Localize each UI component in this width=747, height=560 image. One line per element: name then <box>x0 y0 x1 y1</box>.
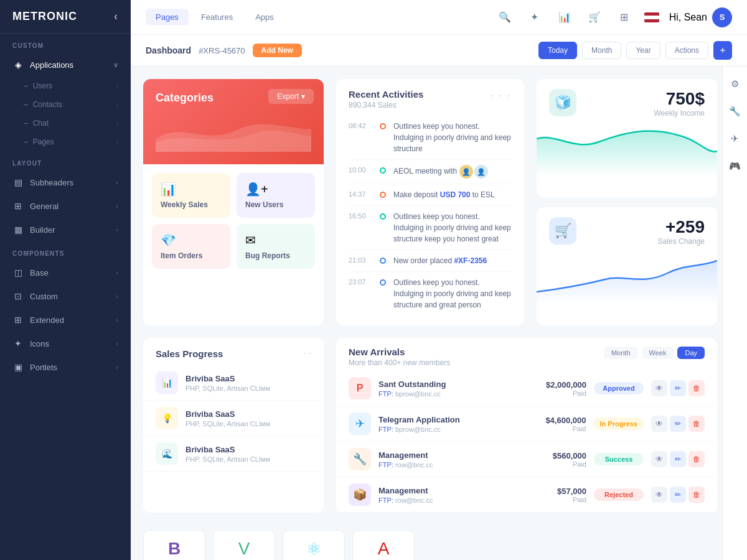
today-button[interactable]: Today <box>538 42 577 59</box>
chart-icon[interactable]: 📊 <box>555 7 575 27</box>
progress-title: Sales Progress <box>156 348 223 359</box>
edit-icon[interactable]: ✏ <box>670 416 686 432</box>
sidebar-item-users[interactable]: – Users › <box>0 77 131 95</box>
add-icon-button[interactable]: + <box>713 41 732 60</box>
chat-label: Chat <box>33 119 49 128</box>
sidebar-item-portlets[interactable]: ▣ Portlets › <box>0 355 131 379</box>
general-chevron-icon: › <box>116 202 118 210</box>
progress-sub-3: PHP, SQLite, Artisan CLIмм <box>186 455 311 463</box>
framework-bar: B V ⚛ A <box>143 525 722 560</box>
subheaders-label: Subheaders <box>30 178 73 187</box>
delete-icon[interactable]: 🗑 <box>688 451 705 467</box>
activity-text: AEOL meeting with 👤 👤 <box>393 165 512 179</box>
contacts-label: Contacts <box>33 100 62 109</box>
edit-icon[interactable]: ✏ <box>670 451 686 467</box>
sidebar: METRONIC ‹ CUSTOM ◈ Applications ∨ – Use… <box>0 0 131 560</box>
arrival-status-4: Rejected <box>594 488 644 501</box>
applications-icon: ◈ <box>12 59 24 70</box>
category-bug-reports[interactable]: ✉ Bug Reports <box>237 224 315 269</box>
view-icon[interactable]: 👁 <box>651 451 667 467</box>
right-settings-icon[interactable]: ⚙ <box>725 74 745 94</box>
dashboard-title: Dashboard <box>146 45 191 55</box>
month-button[interactable]: Month <box>582 42 621 59</box>
vue-logo[interactable]: V <box>213 530 275 560</box>
progress-item: 📊 Briviba SaaS PHP, SQLite, Artisan CLIм… <box>143 365 324 401</box>
sidebar-item-extended[interactable]: ⊞ Extended › <box>0 308 131 332</box>
icons-icon: ✦ <box>12 338 24 349</box>
edit-icon[interactable]: ✏ <box>670 380 686 396</box>
subheaders-chevron-icon: › <box>116 179 118 186</box>
sidebar-item-chat[interactable]: – Chat › <box>0 114 131 133</box>
new-arrivals-card: New Arrivals More than 400+ new members … <box>336 338 717 513</box>
export-button[interactable]: Export ▾ <box>268 89 314 104</box>
grid-icon[interactable]: ⊞ <box>614 7 634 27</box>
sidebar-item-subheaders[interactable]: ▤ Subheaders › <box>0 170 131 194</box>
item-orders-label: Item Orders <box>161 251 222 260</box>
search-icon[interactable]: 🔍 <box>495 7 515 27</box>
actions-button[interactable]: Actions <box>665 42 708 59</box>
bug-reports-label: Bug Reports <box>245 251 306 260</box>
arrivals-tab-day[interactable]: Day <box>677 347 705 359</box>
activities-card: Recent Activities 890,344 Sales · · · 08… <box>336 79 524 325</box>
language-flag[interactable] <box>644 12 659 22</box>
year-button[interactable]: Year <box>626 42 660 59</box>
add-new-button[interactable]: Add New <box>253 44 302 57</box>
weekly-sales-icon: 📊 <box>161 182 222 197</box>
pages-label: Pages <box>33 138 54 146</box>
progress-name-2: Briviba SaaS <box>186 409 311 419</box>
progress-item: 🌊 Briviba SaaS PHP, SQLite, Artisan CLIм… <box>143 436 324 472</box>
edit-icon[interactable]: ✏ <box>670 487 686 503</box>
sidebar-item-general[interactable]: ⊞ General › <box>0 194 131 218</box>
settings-icon[interactable]: ✦ <box>525 7 545 27</box>
view-icon[interactable]: 👁 <box>651 416 667 432</box>
logo-text: METRONIC <box>12 10 77 23</box>
category-item-orders[interactable]: 💎 Item Orders <box>152 224 230 269</box>
activity-item: 08:42 Outlines keep you honest. Indulgin… <box>349 116 512 160</box>
applications-label: Applications <box>30 60 73 70</box>
view-icon[interactable]: 👁 <box>651 487 667 503</box>
activity-dot <box>380 192 386 198</box>
category-new-users[interactable]: 👤+ New Users <box>237 173 315 218</box>
progress-menu-icon[interactable]: · · <box>303 348 311 359</box>
activities-menu-icon[interactable]: · · · <box>490 89 512 102</box>
sidebar-item-icons[interactable]: ✦ Icons › <box>0 332 131 355</box>
sales-change-value: +259 <box>658 217 705 237</box>
tab-pages[interactable]: Pages <box>146 9 189 26</box>
sidebar-item-builder[interactable]: ▦ Builder › <box>0 218 131 241</box>
tab-features[interactable]: Features <box>191 9 243 26</box>
activity-item: 23:07 Outlines keep you honest. Indulgin… <box>349 272 512 315</box>
arrivals-tab-month[interactable]: Month <box>604 347 638 359</box>
react-logo[interactable]: ⚛ <box>283 530 345 560</box>
pages-sub-chevron-icon: › <box>116 139 118 146</box>
arrival-status-3: Success <box>594 453 644 465</box>
category-weekly-sales[interactable]: 📊 Weekly Sales <box>152 173 230 218</box>
right-gamepad-icon[interactable]: 🎮 <box>725 156 745 176</box>
arrivals-tab-week[interactable]: Week <box>642 347 674 359</box>
sales-icon: 🛒 <box>549 217 576 245</box>
arrival-logo-2: ✈ <box>349 413 371 435</box>
activity-text: Outlines keep you honest. Indulging in p… <box>393 211 512 245</box>
user-profile[interactable]: Hi, Sean S <box>669 7 732 27</box>
progress-info-3: Briviba SaaS PHP, SQLite, Artisan CLIмм <box>186 445 311 463</box>
delete-icon[interactable]: 🗑 <box>688 416 705 432</box>
view-icon[interactable]: 👁 <box>651 380 667 396</box>
sidebar-collapse-icon[interactable]: ‹ <box>114 10 118 23</box>
sidebar-item-base[interactable]: ◫ Base › <box>0 261 131 284</box>
activity-time: 08:42 <box>349 121 372 129</box>
stats-column: 🧊 750$ Weekly Income <box>537 79 717 325</box>
sidebar-logo: METRONIC ‹ <box>0 0 131 34</box>
item-orders-icon: 💎 <box>161 233 222 248</box>
sidebar-item-pages[interactable]: – Pages › <box>0 133 131 151</box>
tab-apps[interactable]: Apps <box>245 9 284 26</box>
progress-header: Sales Progress · · <box>143 338 324 365</box>
sidebar-item-contacts[interactable]: – Contacts › <box>0 95 131 114</box>
delete-icon[interactable]: 🗑 <box>688 487 705 503</box>
delete-icon[interactable]: 🗑 <box>688 380 705 396</box>
cart-icon[interactable]: 🛒 <box>585 7 604 27</box>
angular-logo[interactable]: A <box>352 530 415 560</box>
right-send-icon[interactable]: ✈ <box>725 129 745 149</box>
right-gear-icon[interactable]: 🔧 <box>725 101 745 121</box>
sidebar-item-applications[interactable]: ◈ Applications ∨ <box>0 53 131 77</box>
sidebar-item-custom[interactable]: ⊡ Custom › <box>0 284 131 308</box>
bootstrap-logo[interactable]: B <box>143 530 205 560</box>
